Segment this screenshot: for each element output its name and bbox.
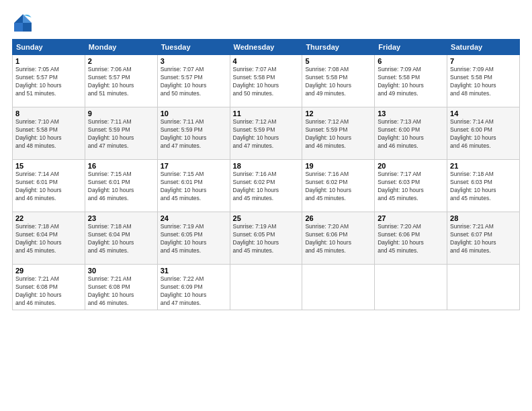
calendar-cell: 13Sunrise: 7:13 AM Sunset: 6:00 PM Dayli…	[375, 107, 447, 160]
calendar-cell: 4Sunrise: 7:07 AM Sunset: 5:58 PM Daylig…	[230, 55, 302, 107]
day-number: 8	[15, 109, 82, 118]
calendar-cell: 6Sunrise: 7:09 AM Sunset: 5:58 PM Daylig…	[375, 55, 447, 107]
day-info: Sunrise: 7:16 AM Sunset: 6:02 PM Dayligh…	[233, 171, 300, 203]
calendar-cell	[375, 265, 447, 310]
day-info: Sunrise: 7:07 AM Sunset: 5:58 PM Dayligh…	[233, 66, 300, 98]
day-info: Sunrise: 7:21 AM Sunset: 6:07 PM Dayligh…	[450, 223, 517, 255]
calendar-cell: 31Sunrise: 7:22 AM Sunset: 6:09 PM Dayli…	[157, 265, 230, 310]
calendar-cell	[302, 265, 375, 310]
day-number: 5	[305, 57, 371, 65]
calendar-cell	[447, 265, 520, 310]
day-info: Sunrise: 7:18 AM Sunset: 6:04 PM Dayligh…	[15, 223, 82, 255]
day-number: 16	[88, 162, 154, 170]
calendar-cell: 9Sunrise: 7:11 AM Sunset: 5:59 PM Daylig…	[85, 107, 157, 160]
logo-icon	[12, 12, 34, 34]
col-friday: Friday	[375, 40, 447, 55]
calendar-cell: 12Sunrise: 7:12 AM Sunset: 5:59 PM Dayli…	[302, 107, 375, 160]
calendar-cell: 30Sunrise: 7:21 AM Sunset: 6:08 PM Dayli…	[85, 265, 157, 310]
calendar-cell: 10Sunrise: 7:11 AM Sunset: 5:59 PM Dayli…	[157, 107, 230, 160]
day-number: 6	[378, 57, 444, 65]
day-number: 26	[305, 214, 371, 222]
day-number: 29	[15, 267, 82, 275]
calendar-cell: 19Sunrise: 7:16 AM Sunset: 6:02 PM Dayli…	[302, 160, 375, 212]
calendar-cell: 15Sunrise: 7:14 AM Sunset: 6:01 PM Dayli…	[13, 160, 85, 212]
day-number: 3	[161, 57, 227, 65]
calendar-cell: 17Sunrise: 7:15 AM Sunset: 6:01 PM Dayli…	[157, 160, 230, 212]
day-info: Sunrise: 7:12 AM Sunset: 5:59 PM Dayligh…	[233, 118, 300, 150]
day-info: Sunrise: 7:06 AM Sunset: 5:57 PM Dayligh…	[88, 66, 154, 98]
day-info: Sunrise: 7:09 AM Sunset: 5:58 PM Dayligh…	[450, 66, 517, 98]
day-info: Sunrise: 7:05 AM Sunset: 5:57 PM Dayligh…	[15, 66, 82, 98]
calendar-cell: 14Sunrise: 7:14 AM Sunset: 6:00 PM Dayli…	[447, 107, 520, 160]
day-info: Sunrise: 7:19 AM Sunset: 6:05 PM Dayligh…	[161, 223, 227, 255]
calendar-cell: 27Sunrise: 7:20 AM Sunset: 6:06 PM Dayli…	[375, 212, 447, 265]
page: Sunday Monday Tuesday Wednesday Thursday…	[0, 0, 532, 411]
day-number: 19	[305, 162, 371, 170]
day-number: 2	[88, 57, 154, 65]
svg-marker-2	[23, 23, 32, 32]
day-info: Sunrise: 7:22 AM Sunset: 6:09 PM Dayligh…	[161, 275, 227, 308]
logo	[12, 12, 36, 34]
day-number: 30	[88, 267, 154, 275]
col-monday: Monday	[85, 40, 157, 55]
header	[12, 12, 520, 34]
day-number: 14	[450, 109, 517, 118]
day-number: 4	[233, 57, 300, 65]
day-number: 13	[378, 109, 444, 118]
calendar-cell: 21Sunrise: 7:18 AM Sunset: 6:03 PM Dayli…	[447, 160, 520, 212]
col-sunday: Sunday	[13, 40, 85, 55]
day-info: Sunrise: 7:13 AM Sunset: 6:00 PM Dayligh…	[378, 118, 444, 150]
calendar-cell: 5Sunrise: 7:08 AM Sunset: 5:58 PM Daylig…	[302, 55, 375, 107]
day-number: 10	[161, 109, 227, 118]
calendar-cell: 26Sunrise: 7:20 AM Sunset: 6:06 PM Dayli…	[302, 212, 375, 265]
calendar-cell: 28Sunrise: 7:21 AM Sunset: 6:07 PM Dayli…	[447, 212, 520, 265]
day-number: 7	[450, 57, 517, 65]
col-thursday: Thursday	[302, 40, 375, 55]
calendar-cell: 18Sunrise: 7:16 AM Sunset: 6:02 PM Dayli…	[230, 160, 302, 212]
day-info: Sunrise: 7:09 AM Sunset: 5:58 PM Dayligh…	[378, 66, 444, 98]
day-info: Sunrise: 7:16 AM Sunset: 6:02 PM Dayligh…	[305, 171, 371, 203]
day-info: Sunrise: 7:08 AM Sunset: 5:58 PM Dayligh…	[305, 66, 371, 98]
day-number: 20	[378, 162, 444, 170]
day-info: Sunrise: 7:14 AM Sunset: 6:01 PM Dayligh…	[15, 171, 82, 203]
day-info: Sunrise: 7:14 AM Sunset: 6:00 PM Dayligh…	[450, 118, 517, 150]
calendar: Sunday Monday Tuesday Wednesday Thursday…	[12, 39, 520, 310]
day-info: Sunrise: 7:20 AM Sunset: 6:06 PM Dayligh…	[305, 223, 371, 255]
calendar-cell: 1Sunrise: 7:05 AM Sunset: 5:57 PM Daylig…	[13, 55, 85, 107]
day-info: Sunrise: 7:10 AM Sunset: 5:58 PM Dayligh…	[15, 118, 82, 150]
svg-marker-3	[14, 23, 23, 32]
calendar-cell: 3Sunrise: 7:07 AM Sunset: 5:57 PM Daylig…	[157, 55, 230, 107]
calendar-cell: 8Sunrise: 7:10 AM Sunset: 5:58 PM Daylig…	[13, 107, 85, 160]
day-number: 28	[450, 214, 517, 222]
day-number: 27	[378, 214, 444, 222]
day-info: Sunrise: 7:21 AM Sunset: 6:08 PM Dayligh…	[88, 275, 154, 308]
day-number: 22	[15, 214, 82, 222]
calendar-cell: 23Sunrise: 7:18 AM Sunset: 6:04 PM Dayli…	[85, 212, 157, 265]
day-number: 23	[88, 214, 154, 222]
calendar-cell	[230, 265, 302, 310]
day-number: 1	[15, 57, 82, 65]
calendar-cell: 24Sunrise: 7:19 AM Sunset: 6:05 PM Dayli…	[157, 212, 230, 265]
day-number: 25	[233, 214, 300, 222]
col-tuesday: Tuesday	[157, 40, 230, 55]
day-number: 11	[233, 109, 300, 118]
day-number: 15	[15, 162, 82, 170]
day-info: Sunrise: 7:17 AM Sunset: 6:03 PM Dayligh…	[378, 171, 444, 203]
col-wednesday: Wednesday	[230, 40, 302, 55]
calendar-cell: 29Sunrise: 7:21 AM Sunset: 6:08 PM Dayli…	[13, 265, 85, 310]
calendar-cell: 11Sunrise: 7:12 AM Sunset: 5:59 PM Dayli…	[230, 107, 302, 160]
calendar-header-row: Sunday Monday Tuesday Wednesday Thursday…	[13, 40, 520, 55]
day-info: Sunrise: 7:18 AM Sunset: 6:03 PM Dayligh…	[450, 171, 517, 203]
calendar-cell: 2Sunrise: 7:06 AM Sunset: 5:57 PM Daylig…	[85, 55, 157, 107]
col-saturday: Saturday	[447, 40, 520, 55]
day-number: 12	[305, 109, 371, 118]
day-info: Sunrise: 7:20 AM Sunset: 6:06 PM Dayligh…	[378, 223, 444, 255]
day-number: 24	[161, 214, 227, 222]
calendar-cell: 7Sunrise: 7:09 AM Sunset: 5:58 PM Daylig…	[447, 55, 520, 107]
day-info: Sunrise: 7:15 AM Sunset: 6:01 PM Dayligh…	[161, 171, 227, 203]
day-number: 9	[88, 109, 154, 118]
calendar-cell: 20Sunrise: 7:17 AM Sunset: 6:03 PM Dayli…	[375, 160, 447, 212]
day-info: Sunrise: 7:18 AM Sunset: 6:04 PM Dayligh…	[88, 223, 154, 255]
day-number: 17	[161, 162, 227, 170]
day-number: 18	[233, 162, 300, 170]
